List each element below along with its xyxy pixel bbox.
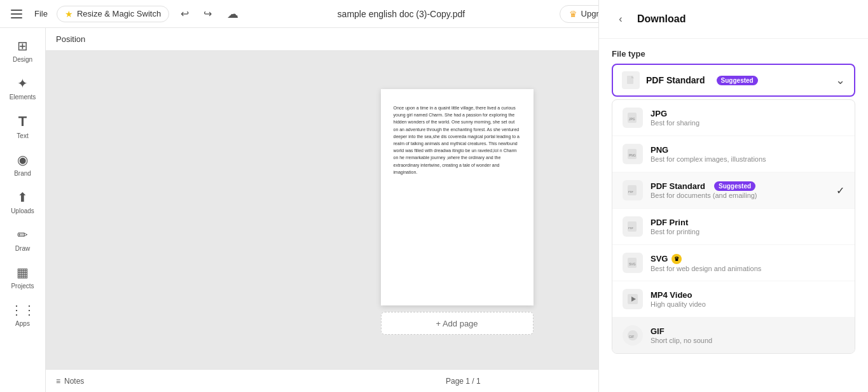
svg-desc: Best for web design and animations — [651, 265, 844, 272]
sidebar-item-label: Uploads — [11, 207, 34, 214]
pdf-print-option-text: PDF Print Best for printing — [651, 218, 844, 235]
document-page: Once upon a time in a quaint little vill… — [381, 89, 534, 305]
cloud-icon: ☁ — [227, 7, 238, 21]
option-pdf-print[interactable]: PDF PDF Print Best for printing — [612, 209, 855, 245]
pdf-standard-name: PDF Standard Suggested — [651, 181, 836, 191]
elements-icon: ✦ — [17, 76, 28, 91]
gif-option-text: GIF Short clip, no sound — [651, 326, 844, 344]
sidebar-item-apps[interactable]: ⋮⋮ Apps — [4, 297, 42, 332]
pdf-standard-option-text: PDF Standard Suggested Best for document… — [651, 181, 836, 199]
pdf-suggested-badge: Suggested — [714, 181, 755, 191]
pdf-print-name: PDF Print — [651, 218, 844, 227]
option-svg[interactable]: SVG SVG ♛ Best for web design and animat… — [612, 245, 855, 281]
hamburger-menu-icon[interactable] — [8, 5, 25, 23]
sidebar-item-label: Apps — [15, 320, 30, 327]
file-type-select[interactable]: PDF Standard Suggested ⌄ — [612, 64, 855, 97]
topbar-left: File ★ Resize & Magic Switch ↩ ↪ ☁ — [8, 4, 243, 24]
sidebar-item-label: Projects — [11, 283, 34, 290]
gif-name: GIF — [651, 326, 844, 336]
svg-icon: SVG — [623, 253, 643, 273]
text-icon: T — [18, 113, 27, 130]
undo-redo-group: ↩ ↪ — [174, 4, 217, 24]
document-text: Once upon a time in a quaint little vill… — [394, 104, 521, 176]
sidebar-item-elements[interactable]: ✦ Elements — [4, 71, 42, 106]
svg-name: SVG ♛ — [651, 254, 844, 264]
option-jpg[interactable]: JPG JPG Best for sharing — [612, 100, 855, 136]
sidebar-item-brand[interactable]: ◉ Brand — [4, 147, 42, 182]
sidebar-item-text[interactable]: T Text — [4, 108, 42, 144]
jpg-desc: Best for sharing — [651, 119, 844, 127]
svg-text:SVG: SVG — [629, 262, 636, 266]
svg-text:PDF: PDF — [628, 227, 634, 230]
undo-button[interactable]: ↩ — [174, 4, 195, 24]
mp4-name: MP4 Video — [651, 290, 844, 300]
png-option-text: PNG Best for complex images, illustratio… — [651, 145, 844, 163]
file-type-dropdown: JPG JPG Best for sharing PNG PNG Best fo… — [612, 99, 855, 354]
gif-icon: GIF — [623, 325, 643, 346]
panel-body: File type PDF Standard Suggested ⌄ JPG — [599, 39, 868, 364]
sidebar-item-label: Text — [17, 132, 28, 139]
file-type-icon — [622, 71, 640, 89]
pdf-standard-icon: PDF — [623, 180, 643, 200]
brand-icon: ◉ — [17, 152, 28, 167]
notes-icon: ≡ — [56, 377, 60, 386]
svg-option-text: SVG ♛ Best for web design and animations — [651, 254, 844, 272]
file-type-label: File type — [612, 49, 855, 59]
crown-icon: ♛ — [569, 9, 577, 19]
sidebar-item-label: Elements — [10, 94, 36, 101]
png-icon: PNG — [623, 144, 643, 164]
sidebar-item-draw[interactable]: ✏ Draw — [4, 222, 42, 257]
chevron-down-icon: ⌄ — [836, 73, 845, 87]
png-desc: Best for complex images, illustrations — [651, 155, 844, 163]
panel-header: ‹ Download — [599, 0, 868, 39]
document-title: sample english doc (3)-Copy.pdf — [338, 9, 465, 19]
draw-icon: ✏ — [17, 227, 28, 242]
pdf-print-icon: PDF — [623, 216, 643, 237]
jpg-option-text: JPG Best for sharing — [651, 109, 844, 127]
mp4-option-text: MP4 Video High quality video — [651, 290, 844, 308]
magic-switch-button[interactable]: ★ Resize & Magic Switch — [57, 6, 169, 22]
sidebar-item-projects[interactable]: ▦ Projects — [4, 260, 42, 295]
mp4-desc: High quality video — [651, 300, 844, 308]
jpg-name: JPG — [651, 109, 844, 118]
pdf-print-desc: Best for printing — [651, 228, 844, 235]
svg-text:PDF: PDF — [628, 190, 634, 193]
redo-button[interactable]: ↪ — [197, 4, 217, 24]
sidebar-item-label: Brand — [14, 170, 31, 177]
add-page-button[interactable]: + Add page — [381, 312, 534, 335]
option-pdf-standard[interactable]: PDF PDF Standard Suggested Best for docu… — [612, 172, 855, 209]
file-type-select-left: PDF Standard Suggested — [622, 71, 758, 89]
page-info: Page 1 / 1 — [446, 377, 481, 386]
file-type-name: PDF Standard — [646, 75, 705, 85]
png-name: PNG — [651, 145, 844, 155]
sidebar-item-label: Design — [13, 56, 32, 63]
pdf-standard-desc: Best for documents (and emailing) — [651, 192, 836, 199]
panel-back-button[interactable]: ‹ — [612, 10, 630, 28]
download-panel: ‹ Download File type PDF Standard Sugges… — [598, 0, 868, 392]
notes-button[interactable]: ≡ Notes — [56, 377, 84, 386]
main-layout: ⊞ Design ✦ Elements T Text ◉ Brand ⬆ Upl… — [0, 28, 868, 392]
suggested-badge: Suggested — [717, 76, 758, 85]
option-png[interactable]: PNG PNG Best for complex images, illustr… — [612, 136, 855, 172]
star-icon: ★ — [65, 9, 73, 19]
sidebar-item-label: Draw — [15, 245, 30, 252]
file-menu-button[interactable]: File — [31, 6, 52, 21]
left-sidebar: ⊞ Design ✦ Elements T Text ◉ Brand ⬆ Upl… — [0, 28, 46, 392]
check-icon: ✓ — [836, 185, 844, 197]
apps-icon: ⋮⋮ — [10, 302, 36, 318]
projects-icon: ▦ — [17, 265, 29, 280]
panel-title: Download — [637, 13, 685, 25]
position-label: Position — [56, 34, 85, 44]
svg-text:PNG: PNG — [629, 153, 636, 157]
sidebar-item-uploads[interactable]: ⬆ Uploads — [4, 185, 42, 220]
sidebar-item-design[interactable]: ⊞ Design — [4, 33, 42, 68]
cloud-save-button[interactable]: ☁ — [223, 4, 243, 24]
svg-text:GIF: GIF — [629, 335, 634, 339]
svg-text:JPG: JPG — [629, 117, 635, 121]
option-gif[interactable]: GIF GIF Short clip, no sound — [612, 318, 855, 353]
option-mp4[interactable]: MP4 Video High quality video — [612, 281, 855, 318]
gold-crown-badge: ♛ — [672, 254, 682, 264]
gif-desc: Short clip, no sound — [651, 337, 844, 344]
uploads-icon: ⬆ — [17, 190, 28, 205]
design-icon: ⊞ — [17, 38, 28, 53]
